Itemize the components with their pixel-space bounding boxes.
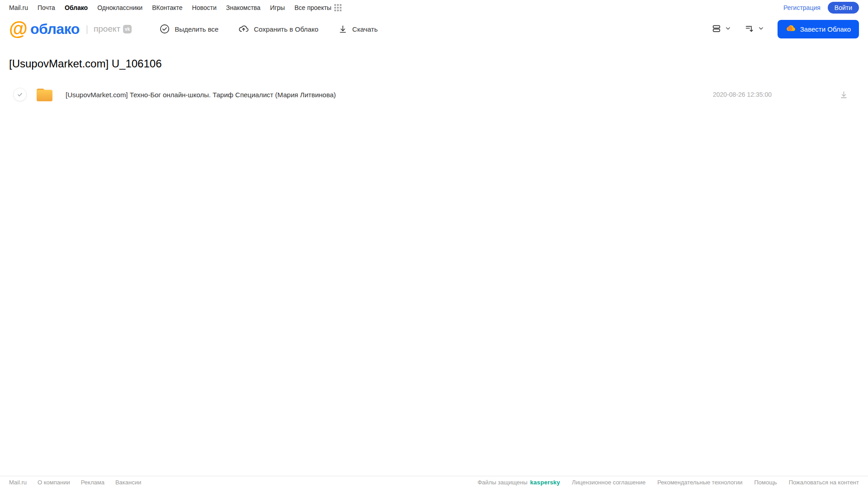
chevron-down-icon: [725, 25, 731, 33]
nav-link-oblako[interactable]: Облако: [65, 4, 88, 11]
mailru-at-icon: @: [9, 19, 28, 38]
footer-link-license[interactable]: Лицензионное соглашение: [572, 479, 645, 486]
toolbar: Выделить все Сохранить в Облако Скачат: [160, 24, 378, 34]
nav-link-pochta[interactable]: Почта: [38, 4, 55, 11]
select-all-label: Выделить все: [175, 25, 218, 33]
top-nav: Mail.ru Почта Облако Одноклассники ВКонт…: [0, 0, 868, 15]
vk-badge-icon: vk: [123, 25, 132, 33]
main-content: [UsupovMarket.com] U_106106 [UsupovMarke…: [0, 57, 868, 107]
project-vk-label: проект vk: [94, 24, 132, 34]
row-download-button[interactable]: [840, 90, 848, 99]
footer-link-jobs[interactable]: Вакансии: [115, 479, 141, 486]
kaspersky-protected: Файлы защищены kaspersky: [478, 479, 560, 486]
file-row[interactable]: [UsupovMarket.com] Техно-Бог онлайн-школ…: [9, 82, 859, 107]
check-circle-icon: [160, 24, 170, 34]
row-checkbox[interactable]: [13, 88, 27, 101]
cloud-logo[interactable]: @ облако: [9, 19, 80, 38]
view-mode-icon: [711, 24, 721, 35]
page-title: [UsupovMarket.com] U_106106: [9, 57, 859, 70]
footer-link-ads[interactable]: Реклама: [81, 479, 104, 486]
select-all-button[interactable]: Выделить все: [160, 24, 218, 34]
footer-right: Файлы защищены kaspersky Лицензионное со…: [478, 479, 859, 486]
file-name: [UsupovMarket.com] Техно-Бог онлайн-школ…: [66, 91, 713, 99]
kaspersky-link[interactable]: kaspersky: [530, 479, 560, 486]
download-icon: [338, 24, 347, 34]
nav-link-znakomstva[interactable]: Знакомства: [226, 4, 261, 11]
nav-link-novosti[interactable]: Новости: [192, 4, 217, 11]
registration-link[interactable]: Регистрация: [783, 4, 821, 11]
nav-link-mailru[interactable]: Mail.ru: [9, 4, 28, 11]
sort-dropdown[interactable]: [745, 24, 764, 35]
cloud-upload-icon: [238, 24, 249, 34]
login-button[interactable]: Войти: [828, 2, 859, 14]
footer: Mail.ru О компании Реклама Вакансии Файл…: [0, 476, 868, 488]
protected-label: Файлы защищены: [478, 479, 527, 486]
view-mode-dropdown[interactable]: [711, 24, 731, 35]
download-button[interactable]: Скачать: [338, 24, 378, 34]
sort-icon: [745, 24, 754, 35]
footer-link-mailru[interactable]: Mail.ru: [9, 479, 27, 486]
logo-divider: |: [86, 24, 88, 34]
check-icon: [17, 91, 23, 98]
nav-link-odnoklassniki[interactable]: Одноклассники: [97, 4, 142, 11]
footer-link-help[interactable]: Помощь: [754, 479, 777, 486]
footer-link-recommend-tech[interactable]: Рекомендательные технологии: [657, 479, 742, 486]
create-cloud-button[interactable]: Завести Облако: [778, 20, 859, 38]
nav-link-vkontakte[interactable]: ВКонтакте: [152, 4, 182, 11]
folder-icon: [35, 87, 54, 102]
download-icon: [840, 90, 848, 99]
save-to-cloud-label: Сохранить в Облако: [254, 25, 318, 33]
apps-grid-icon[interactable]: [334, 4, 342, 11]
footer-link-about[interactable]: О компании: [38, 479, 70, 486]
create-cloud-label: Завести Облако: [800, 25, 851, 33]
save-to-cloud-button[interactable]: Сохранить в Облако: [238, 24, 318, 34]
nav-link-all-projects[interactable]: Все проекты: [294, 4, 332, 11]
file-date: 2020-08-26 12:35:00: [713, 91, 772, 98]
project-label: проект: [94, 24, 120, 34]
logo-wordmark: облако: [30, 21, 80, 38]
download-label: Скачать: [352, 25, 378, 33]
footer-link-report-content[interactable]: Пожаловаться на контент: [789, 479, 859, 486]
cloud-blob-icon: [786, 24, 796, 34]
chevron-down-icon: [758, 25, 764, 33]
app-header: @ облако | проект vk Выделить все: [0, 15, 868, 43]
header-right: Завести Облако: [711, 20, 859, 38]
nav-link-igry[interactable]: Игры: [270, 4, 285, 11]
